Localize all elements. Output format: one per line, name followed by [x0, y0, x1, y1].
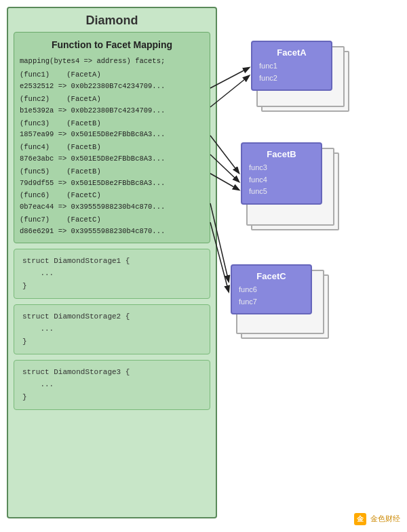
- entry-func6-hash: 0b7eac44 => 0x39555988230b4c870...: [20, 201, 204, 213]
- entry-func2-label: (func2) (FacetA): [20, 94, 204, 105]
- facet-b-func1: func3: [249, 162, 314, 174]
- entry-func7-hash: d86e6291 => 0x39555988230b4c870...: [20, 226, 204, 237]
- watermark: 金 金色财经: [354, 513, 400, 525]
- diamond-container: Diamond Function to Facet Mapping mappin…: [7, 7, 217, 518]
- mapping-box: Function to Facet Mapping mapping(bytes4…: [14, 32, 210, 243]
- storage3-text: struct DiamondStorage3 {: [22, 366, 201, 379]
- mapping-header: mapping(bytes4 => address) facets;: [20, 56, 204, 67]
- storage3-dots: ...: [22, 378, 201, 391]
- entry-func1-label: (func1) (FacetA): [20, 69, 204, 81]
- storage-box-3: struct DiamondStorage3 { ... }: [14, 360, 210, 410]
- entry-func4-label: (func4) (FacetB): [20, 142, 204, 153]
- facet-b-func2: func4: [249, 174, 314, 186]
- facet-c-box: FacetC func6 func7: [231, 264, 312, 314]
- entry-func2-hash: b1e5392a => 0x0b22380B7c4234709...: [20, 105, 204, 117]
- facet-a-func1: func1: [259, 60, 324, 73]
- facet-b-title: FacetB: [249, 149, 314, 159]
- facet-a-func2: func2: [259, 73, 324, 85]
- entry-func3-hash: 1857ea99 => 0x501E5D8e2FBbBc8A3...: [20, 129, 204, 140]
- storage2-close: }: [22, 335, 201, 348]
- facet-c-func1: func6: [239, 284, 304, 296]
- entry-func5-label: (func5) (FacetB): [20, 166, 204, 178]
- entry-func1-hash: e2532512 => 0x0b22380B7c4234709...: [20, 81, 204, 92]
- storage-box-2: struct DiamondStorage2 { ... }: [14, 304, 210, 354]
- entry-func5-hash: 79d9df55 => 0x501E5D8e2FBbBc8A3...: [20, 178, 204, 189]
- storage1-dots: ...: [22, 267, 201, 280]
- diamond-title: Diamond: [14, 14, 210, 28]
- storage3-close: }: [22, 391, 201, 404]
- facet-b-box: FacetB func3 func4 func5: [241, 142, 322, 205]
- facet-c-func2: func7: [239, 296, 304, 308]
- facet-c-title: FacetC: [239, 271, 304, 281]
- storage2-text: struct DiamondStorage2 {: [22, 310, 201, 323]
- watermark-text: 金色财经: [370, 514, 400, 523]
- watermark-icon: 金: [354, 513, 366, 525]
- facet-b-func3: func5: [249, 186, 314, 198]
- mapping-title: Function to Facet Mapping: [20, 38, 204, 53]
- entry-func7-label: (func7) (FacetC): [20, 214, 204, 226]
- entry-func3-label: (func3) (FacetB): [20, 118, 204, 129]
- storage1-text: struct DiamondStorage1 {: [22, 255, 201, 268]
- entry-func6-label: (func6) (FacetC): [20, 190, 204, 201]
- storage2-dots: ...: [22, 323, 201, 335]
- facet-a-box: FacetA func1 func2: [251, 41, 332, 91]
- mapping-entries: (func1) (FacetA) e2532512 => 0x0b22380B7…: [20, 69, 204, 237]
- storage1-close: }: [22, 280, 201, 293]
- storage-box-1: struct DiamondStorage1 { ... }: [14, 249, 210, 299]
- entry-func4-hash: 876e3abc => 0x501E5D8e2FBbBc8A3...: [20, 153, 204, 165]
- facet-a-title: FacetA: [259, 47, 324, 58]
